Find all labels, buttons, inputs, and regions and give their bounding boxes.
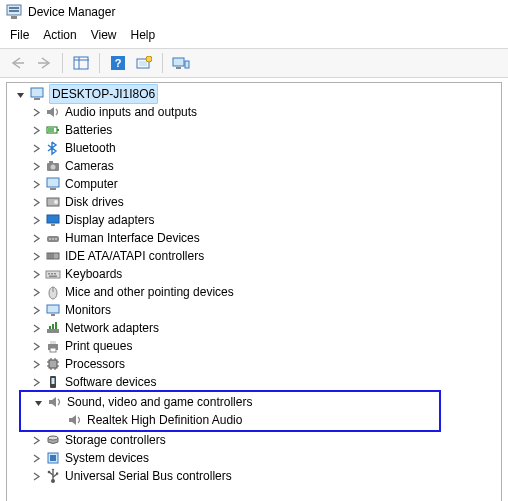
tree-item-label[interactable]: Display adapters [65,211,154,229]
chevron-down-icon[interactable] [13,87,27,101]
svg-rect-53 [49,360,57,368]
tree-category[interactable]: IDE ATA/ATAPI controllers [7,247,501,265]
tree-item-label[interactable]: Bluetooth [65,139,116,157]
svg-rect-16 [34,98,40,100]
chevron-right-icon[interactable] [29,375,43,389]
tree-category[interactable]: Disk drives [7,193,501,211]
devices-button[interactable] [169,52,193,74]
tree-item-label[interactable]: Universal Serial Bus controllers [65,467,232,485]
tree-category[interactable]: Display adapters [7,211,501,229]
tree-device[interactable]: Realtek High Definition Audio [21,411,439,429]
chevron-right-icon[interactable] [29,105,43,119]
tree-item-label[interactable]: Batteries [65,121,112,139]
software-icon [45,374,61,390]
root-label[interactable]: DESKTOP-JI1I8O6 [49,84,158,104]
tree-category[interactable]: Keyboards [7,265,501,283]
tree-category[interactable]: Audio inputs and outputs [7,103,501,121]
tree-item-label[interactable]: Audio inputs and outputs [65,103,197,121]
tree-category[interactable]: Monitors [7,301,501,319]
mouse-icon [45,284,61,300]
menu-view[interactable]: View [91,28,117,42]
svg-rect-12 [173,58,184,66]
tree-category[interactable]: Cameras [7,157,501,175]
chevron-right-icon[interactable] [29,267,43,281]
chevron-right-icon[interactable] [29,357,43,371]
svg-rect-49 [55,322,57,329]
tree-item-label[interactable]: Print queues [65,337,132,355]
svg-rect-40 [54,273,56,275]
chevron-right-icon[interactable] [29,285,43,299]
svg-rect-24 [50,188,56,190]
chevron-right-icon[interactable] [29,433,43,447]
tree-category[interactable]: Bluetooth [7,139,501,157]
help-button[interactable]: ? [106,52,130,74]
computer-icon [29,86,45,102]
tree-item-label[interactable]: Software devices [65,373,156,391]
toolbar-separator [162,53,163,73]
tree-item-label[interactable]: Computer [65,175,118,193]
bluetooth-icon [45,140,61,156]
tree-item-label[interactable]: Network adapters [65,319,159,337]
tree-item-label[interactable]: Keyboards [65,265,122,283]
tree-category[interactable]: Universal Serial Bus controllers [7,467,501,485]
tree-category[interactable]: Batteries [7,121,501,139]
svg-point-26 [54,200,58,204]
chevron-right-icon[interactable] [29,249,43,263]
tree-item-label[interactable]: Sound, video and game controllers [67,393,252,411]
tree-category[interactable]: Processors [7,355,501,373]
chevron-right-icon[interactable] [29,469,43,483]
svg-point-64 [48,436,58,440]
svg-point-21 [51,165,56,170]
tree-category[interactable]: Human Interface Devices [7,229,501,247]
menu-help[interactable]: Help [131,28,156,42]
device-tree[interactable]: DESKTOP-JI1I8O6 Audio inputs and outputs… [6,82,502,501]
tree-item-label[interactable]: Monitors [65,301,111,319]
svg-rect-2 [9,10,19,12]
chevron-right-icon[interactable] [29,213,43,227]
chevron-right-icon[interactable] [29,195,43,209]
tree-category[interactable]: Software devices [7,373,501,391]
tree-item-label[interactable]: Mice and other pointing devices [65,283,234,301]
tree-category[interactable]: Mice and other pointing devices [7,283,501,301]
chevron-right-icon[interactable] [29,321,43,335]
tree-item-label[interactable]: IDE ATA/ATAPI controllers [65,247,204,265]
chevron-right-icon[interactable] [29,451,43,465]
show-hide-tree-button[interactable] [69,52,93,74]
chevron-right-icon[interactable] [29,231,43,245]
tree-root[interactable]: DESKTOP-JI1I8O6 [7,85,501,103]
tree-item-label[interactable]: Storage controllers [65,431,166,449]
tree-category[interactable]: Storage controllers [7,431,501,449]
tree-category[interactable]: Network adapters [7,319,501,337]
menu-file[interactable]: File [10,28,29,42]
disk-icon [45,194,61,210]
chevron-right-icon[interactable] [29,123,43,137]
svg-point-32 [55,238,57,240]
svg-rect-13 [176,67,181,69]
chevron-right-icon[interactable] [29,339,43,353]
chevron-down-icon[interactable] [31,395,45,409]
tree-item-label[interactable]: System devices [65,449,149,467]
tree-item-label[interactable]: Realtek High Definition Audio [87,411,242,429]
svg-point-31 [52,238,54,240]
chevron-right-icon[interactable] [29,177,43,191]
tree-item-label[interactable]: Processors [65,355,125,373]
tree-item-label[interactable]: Disk drives [65,193,124,211]
menu-action[interactable]: Action [43,28,76,42]
svg-rect-4 [74,57,88,69]
chevron-right-icon[interactable] [29,141,43,155]
ide-icon [45,248,61,264]
chevron-right-icon[interactable] [29,159,43,173]
tree-item-label[interactable]: Cameras [65,157,114,175]
speaker-icon [67,412,83,428]
tree-category[interactable]: System devices [7,449,501,467]
svg-rect-47 [49,326,51,329]
tree-category[interactable]: Print queues [7,337,501,355]
tree-item-label[interactable]: Human Interface Devices [65,229,200,247]
tree-category[interactable]: Computer [7,175,501,193]
chevron-right-icon[interactable] [29,303,43,317]
computer-icon [45,176,61,192]
svg-rect-18 [57,129,59,131]
toolbar: ? [0,48,508,78]
tree-category[interactable]: Sound, video and game controllers [21,393,439,411]
scan-hardware-button[interactable] [132,52,156,74]
